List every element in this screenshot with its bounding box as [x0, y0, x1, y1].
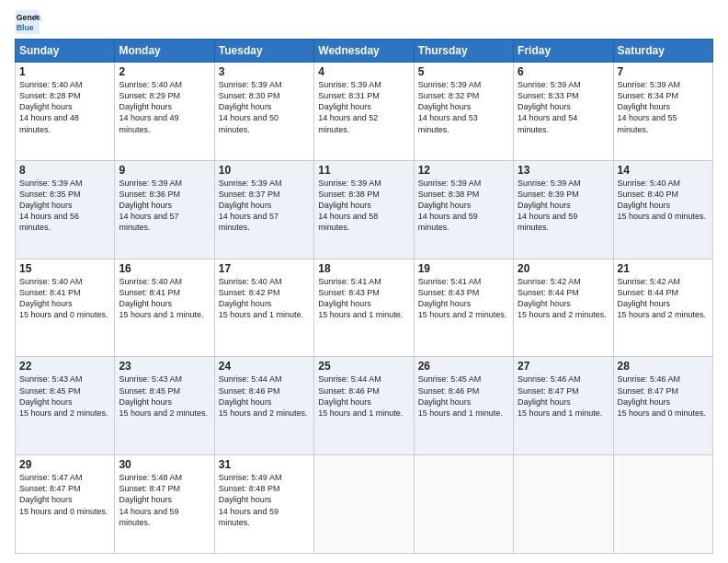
weekday-header-tuesday: Tuesday: [214, 40, 313, 63]
day-cell-7: 7Sunrise: 5:39 AMSunset: 8:34 PMDaylight…: [613, 63, 712, 161]
empty-cell: [414, 455, 513, 554]
day-cell-27: 27Sunrise: 5:46 AMSunset: 8:47 PMDayligh…: [514, 357, 613, 455]
day-cell-26: 26Sunrise: 5:45 AMSunset: 8:46 PMDayligh…: [414, 357, 513, 455]
day-info: Sunrise: 5:39 AMSunset: 8:35 PMDaylight …: [19, 178, 110, 234]
day-number: 12: [418, 164, 509, 177]
calendar-table: SundayMondayTuesdayWednesdayThursdayFrid…: [15, 39, 713, 554]
day-info: Sunrise: 5:39 AMSunset: 8:33 PMDaylight …: [518, 79, 609, 135]
day-number: 4: [318, 65, 409, 78]
day-info: Sunrise: 5:48 AMSunset: 8:47 PMDaylight …: [119, 472, 210, 528]
day-number: 18: [318, 262, 409, 275]
day-info: Sunrise: 5:43 AMSunset: 8:45 PMDaylight …: [19, 373, 110, 419]
day-number: 24: [219, 360, 310, 373]
day-number: 11: [318, 164, 409, 177]
weekday-header-thursday: Thursday: [414, 40, 513, 63]
day-info: Sunrise: 5:45 AMSunset: 8:46 PMDaylight …: [418, 373, 509, 419]
day-cell-13: 13Sunrise: 5:39 AMSunset: 8:39 PMDayligh…: [514, 160, 613, 259]
weekday-header-wednesday: Wednesday: [314, 40, 414, 63]
week-row-5: 29Sunrise: 5:47 AMSunset: 8:47 PMDayligh…: [16, 455, 713, 554]
svg-text:Blue: Blue: [17, 23, 34, 32]
day-cell-5: 5Sunrise: 5:39 AMSunset: 8:32 PMDaylight…: [414, 63, 513, 161]
day-number: 27: [518, 360, 609, 373]
day-info: Sunrise: 5:39 AMSunset: 8:32 PMDaylight …: [418, 79, 509, 135]
weekday-header-saturday: Saturday: [613, 40, 712, 63]
day-cell-18: 18Sunrise: 5:41 AMSunset: 8:43 PMDayligh…: [314, 259, 414, 357]
week-row-3: 15Sunrise: 5:40 AMSunset: 8:41 PMDayligh…: [16, 259, 713, 357]
weekday-header-row: SundayMondayTuesdayWednesdayThursdayFrid…: [16, 40, 713, 63]
day-cell-29: 29Sunrise: 5:47 AMSunset: 8:47 PMDayligh…: [16, 455, 115, 554]
day-number: 16: [119, 262, 210, 275]
day-cell-25: 25Sunrise: 5:44 AMSunset: 8:46 PMDayligh…: [314, 357, 414, 455]
day-cell-9: 9Sunrise: 5:39 AMSunset: 8:36 PMDaylight…: [115, 160, 214, 259]
day-cell-31: 31Sunrise: 5:49 AMSunset: 8:48 PMDayligh…: [214, 455, 313, 554]
day-cell-1: 1Sunrise: 5:40 AMSunset: 8:28 PMDaylight…: [16, 63, 115, 161]
day-number: 22: [19, 360, 110, 373]
day-number: 25: [318, 360, 409, 373]
day-cell-15: 15Sunrise: 5:40 AMSunset: 8:41 PMDayligh…: [16, 259, 115, 357]
logo-icon: General Blue: [15, 9, 40, 35]
day-number: 20: [518, 262, 609, 275]
day-info: Sunrise: 5:40 AMSunset: 8:40 PMDaylight …: [618, 178, 709, 223]
day-cell-23: 23Sunrise: 5:43 AMSunset: 8:45 PMDayligh…: [115, 357, 214, 455]
day-number: 13: [518, 164, 609, 177]
day-info: Sunrise: 5:42 AMSunset: 8:44 PMDaylight …: [518, 276, 609, 321]
day-info: Sunrise: 5:39 AMSunset: 8:31 PMDaylight …: [318, 79, 409, 135]
day-info: Sunrise: 5:49 AMSunset: 8:48 PMDaylight …: [219, 472, 310, 528]
day-number: 19: [418, 262, 509, 275]
day-info: Sunrise: 5:40 AMSunset: 8:28 PMDaylight …: [19, 79, 110, 135]
day-cell-6: 6Sunrise: 5:39 AMSunset: 8:33 PMDaylight…: [514, 63, 613, 161]
empty-cell: [314, 455, 414, 554]
day-info: Sunrise: 5:42 AMSunset: 8:44 PMDaylight …: [618, 276, 709, 321]
day-info: Sunrise: 5:47 AMSunset: 8:47 PMDaylight …: [19, 472, 110, 517]
day-info: Sunrise: 5:39 AMSunset: 8:38 PMDaylight …: [418, 178, 509, 234]
day-info: Sunrise: 5:40 AMSunset: 8:29 PMDaylight …: [119, 79, 210, 135]
day-info: Sunrise: 5:40 AMSunset: 8:41 PMDaylight …: [19, 276, 110, 321]
day-cell-17: 17Sunrise: 5:40 AMSunset: 8:42 PMDayligh…: [214, 259, 313, 357]
day-number: 7: [618, 65, 709, 78]
weekday-header-monday: Monday: [115, 40, 214, 63]
day-cell-4: 4Sunrise: 5:39 AMSunset: 8:31 PMDaylight…: [314, 63, 414, 161]
day-info: Sunrise: 5:39 AMSunset: 8:34 PMDaylight …: [618, 79, 709, 135]
week-row-4: 22Sunrise: 5:43 AMSunset: 8:45 PMDayligh…: [16, 357, 713, 455]
day-number: 26: [418, 360, 509, 373]
day-number: 8: [19, 164, 110, 177]
day-cell-28: 28Sunrise: 5:46 AMSunset: 8:47 PMDayligh…: [613, 357, 712, 455]
day-number: 30: [119, 458, 210, 471]
day-number: 17: [219, 262, 310, 275]
weekday-header-friday: Friday: [514, 40, 613, 63]
day-number: 9: [119, 164, 210, 177]
day-info: Sunrise: 5:39 AMSunset: 8:39 PMDaylight …: [518, 178, 609, 234]
day-cell-21: 21Sunrise: 5:42 AMSunset: 8:44 PMDayligh…: [613, 259, 712, 357]
day-info: Sunrise: 5:39 AMSunset: 8:38 PMDaylight …: [318, 178, 409, 234]
day-cell-20: 20Sunrise: 5:42 AMSunset: 8:44 PMDayligh…: [514, 259, 613, 357]
day-info: Sunrise: 5:43 AMSunset: 8:45 PMDaylight …: [119, 373, 210, 419]
day-cell-2: 2Sunrise: 5:40 AMSunset: 8:29 PMDaylight…: [115, 63, 214, 161]
empty-cell: [613, 455, 712, 554]
day-number: 31: [219, 458, 310, 471]
day-info: Sunrise: 5:44 AMSunset: 8:46 PMDaylight …: [219, 373, 310, 419]
day-info: Sunrise: 5:46 AMSunset: 8:47 PMDaylight …: [618, 373, 709, 419]
day-cell-11: 11Sunrise: 5:39 AMSunset: 8:38 PMDayligh…: [314, 160, 414, 259]
day-cell-12: 12Sunrise: 5:39 AMSunset: 8:38 PMDayligh…: [414, 160, 513, 259]
day-info: Sunrise: 5:40 AMSunset: 8:42 PMDaylight …: [219, 276, 310, 321]
day-number: 29: [19, 458, 110, 471]
day-number: 14: [618, 164, 709, 177]
day-cell-30: 30Sunrise: 5:48 AMSunset: 8:47 PMDayligh…: [115, 455, 214, 554]
day-number: 3: [219, 65, 310, 78]
day-number: 1: [19, 65, 110, 78]
day-info: Sunrise: 5:39 AMSunset: 8:30 PMDaylight …: [219, 79, 310, 135]
week-row-1: 1Sunrise: 5:40 AMSunset: 8:28 PMDaylight…: [16, 63, 713, 161]
day-cell-24: 24Sunrise: 5:44 AMSunset: 8:46 PMDayligh…: [214, 357, 313, 455]
day-cell-19: 19Sunrise: 5:41 AMSunset: 8:43 PMDayligh…: [414, 259, 513, 357]
day-cell-16: 16Sunrise: 5:40 AMSunset: 8:41 PMDayligh…: [115, 259, 214, 357]
week-row-2: 8Sunrise: 5:39 AMSunset: 8:35 PMDaylight…: [16, 160, 713, 259]
day-info: Sunrise: 5:44 AMSunset: 8:46 PMDaylight …: [318, 373, 409, 419]
day-info: Sunrise: 5:41 AMSunset: 8:43 PMDaylight …: [318, 276, 409, 321]
empty-cell: [514, 455, 613, 554]
day-number: 10: [219, 164, 310, 177]
day-info: Sunrise: 5:40 AMSunset: 8:41 PMDaylight …: [119, 276, 210, 321]
day-number: 15: [19, 262, 110, 275]
day-number: 21: [618, 262, 709, 275]
day-info: Sunrise: 5:39 AMSunset: 8:36 PMDaylight …: [119, 178, 210, 234]
day-cell-22: 22Sunrise: 5:43 AMSunset: 8:45 PMDayligh…: [16, 357, 115, 455]
